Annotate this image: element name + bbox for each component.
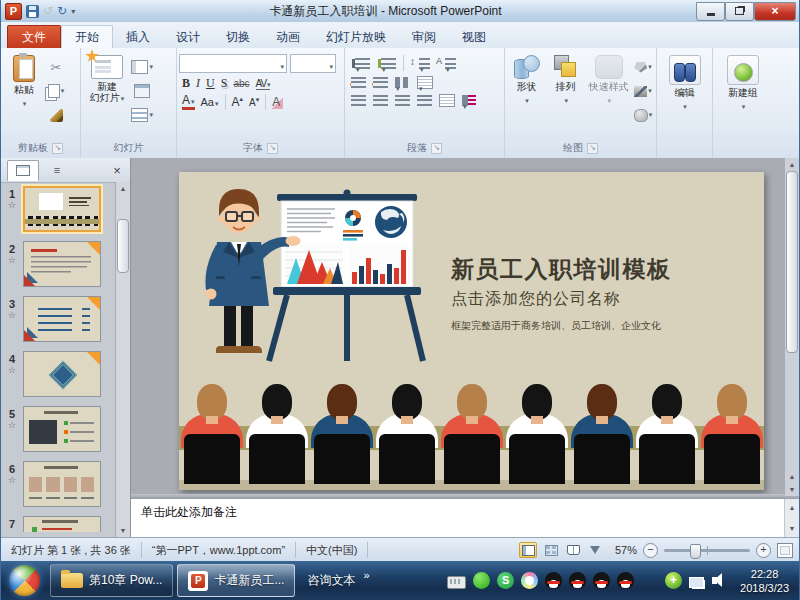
decrease-indent-button[interactable] (351, 77, 366, 88)
change-case-button[interactable]: Aa (201, 96, 219, 108)
editor-scrollbar[interactable]: ▲ ▲ ▼ (784, 158, 799, 496)
new-group-button[interactable]: 新建组 (718, 51, 768, 137)
zoom-slider-thumb[interactable] (690, 544, 701, 559)
slide-canvas[interactable]: 新员工入职培训模板 点击添加您的公司名称 框架完整适用于商务培训、员工培训、企业… (179, 172, 764, 490)
scroll-up-icon[interactable]: ▲ (789, 158, 796, 171)
scroll-up-icon[interactable]: ▲ (120, 182, 127, 195)
convert-smartart-button[interactable] (462, 95, 476, 106)
close-button[interactable]: × (754, 2, 796, 21)
tab-transitions[interactable]: 切换 (213, 26, 263, 48)
sogou-icon[interactable]: S (497, 572, 514, 589)
zoom-in-button[interactable]: + (756, 543, 771, 558)
tim-icon[interactable] (521, 572, 538, 589)
save-icon[interactable] (26, 5, 39, 18)
slide-thumbnail-7[interactable]: 7 (1, 516, 116, 532)
start-button[interactable] (9, 565, 40, 596)
qq-icon[interactable] (569, 572, 586, 589)
taskbar-toolbar-label[interactable]: 咨询文本 (299, 572, 363, 589)
restore-button[interactable] (725, 2, 754, 21)
format-painter-button[interactable] (45, 105, 67, 125)
shapes-button[interactable]: 形状 (507, 51, 546, 137)
reading-view-button[interactable] (565, 543, 581, 557)
bullets-button[interactable] (355, 58, 370, 69)
taskbar-clock[interactable]: 22:28 2018/3/23 (736, 567, 799, 595)
font-size-combo[interactable] (290, 54, 336, 73)
text-direction-button[interactable] (445, 58, 456, 69)
slide-thumbnail-1[interactable]: 1☆ (1, 186, 116, 232)
volume-icon[interactable] (711, 572, 728, 589)
paragraph-dialog-launcher-icon[interactable]: ↘ (431, 143, 442, 154)
font-dialog-launcher-icon[interactable]: ↘ (267, 143, 278, 154)
cut-button[interactable]: ✂ (45, 57, 67, 77)
shield-icon[interactable] (641, 572, 658, 589)
copy-button[interactable] (45, 81, 67, 101)
taskbar-app-powerpoint[interactable]: P 卡通新员工... (177, 564, 295, 597)
notes-scrollbar[interactable]: ▲ ▼ (784, 499, 799, 537)
underline-button[interactable]: U (206, 76, 215, 91)
fit-to-window-button[interactable] (777, 543, 793, 558)
section-button[interactable] (131, 105, 153, 125)
zoom-out-button[interactable]: − (643, 543, 658, 558)
slide-sorter-button[interactable] (543, 543, 559, 557)
align-text-button[interactable] (417, 76, 433, 89)
shape-fill-button[interactable] (632, 57, 654, 77)
tab-insert[interactable]: 插入 (113, 26, 163, 48)
shape-outline-button[interactable] (632, 81, 654, 101)
tab-animations[interactable]: 动画 (263, 26, 313, 48)
powerpoint-logo-icon[interactable]: P (5, 3, 22, 20)
arrange-button[interactable]: 排列 (546, 51, 585, 137)
slide-thumbnail-6[interactable]: 6☆ (1, 461, 116, 507)
panel-scrollbar[interactable]: ▲ ▼ (115, 182, 130, 537)
justify-button[interactable] (417, 95, 432, 106)
scrollbar-thumb[interactable] (786, 171, 798, 353)
tab-home[interactable]: 开始 (61, 25, 113, 48)
taskbar-app-folder[interactable]: 第10章 Pow... (50, 564, 173, 597)
scroll-up-icon[interactable]: ▲ (789, 501, 796, 514)
slide-thumbnail-2[interactable]: 2☆ (1, 241, 116, 287)
notes-pane[interactable]: 单击此处添加备注 ▲ ▼ (131, 498, 799, 537)
tab-file[interactable]: 文件 (7, 25, 61, 48)
zoom-slider[interactable] (664, 549, 750, 552)
shape-effects-button[interactable] (632, 105, 654, 125)
qq-icon[interactable] (617, 572, 634, 589)
text-shadow-button[interactable]: S (221, 76, 228, 91)
clipboard-dialog-launcher-icon[interactable]: ↘ (52, 143, 63, 154)
font-name-combo[interactable] (179, 54, 287, 73)
new-slide-button[interactable]: 新建幻灯片 (83, 51, 131, 137)
shrink-font-button[interactable]: A (249, 96, 259, 108)
tab-review[interactable]: 审阅 (399, 26, 449, 48)
tab-outline[interactable]: ≡ (41, 160, 73, 181)
font-color-button[interactable]: A (182, 95, 195, 110)
tab-slideshow[interactable]: 幻灯片放映 (313, 26, 399, 48)
normal-view-button[interactable] (519, 542, 537, 558)
align-right-button[interactable] (395, 95, 410, 106)
align-left-button[interactable] (351, 95, 366, 106)
editing-button[interactable]: 编辑 (664, 51, 706, 137)
distribute-button[interactable] (439, 94, 455, 107)
tab-design[interactable]: 设计 (163, 26, 213, 48)
tab-view[interactable]: 视图 (449, 26, 499, 48)
undo-icon[interactable]: ↺ (43, 5, 53, 17)
chevron-icon[interactable]: » (363, 569, 369, 581)
bold-button[interactable]: B (182, 76, 190, 91)
clear-formatting-button[interactable]: A (272, 95, 283, 109)
panel-close-icon[interactable]: × (108, 163, 126, 178)
slide-thumbnail-4[interactable]: 4☆ (1, 351, 116, 397)
qq-icon[interactable] (545, 572, 562, 589)
align-center-button[interactable] (373, 95, 388, 106)
scroll-down-icon[interactable]: ▼ (789, 522, 796, 535)
slide-text-block[interactable]: 新员工入职培训模板 点击添加您的公司名称 框架完整适用于商务培训、员工培训、企业… (451, 254, 761, 333)
next-slide-icon[interactable]: ▼ (789, 483, 796, 496)
strikethrough-button[interactable]: abc (233, 78, 249, 89)
keyboard-icon[interactable] (447, 576, 466, 589)
slide-thumbnail-5[interactable]: 5☆ (1, 406, 116, 452)
increase-indent-button[interactable] (373, 77, 388, 88)
slideshow-button[interactable] (587, 543, 603, 557)
columns-button[interactable] (395, 77, 410, 88)
layout-button[interactable] (131, 57, 153, 77)
line-spacing-button[interactable] (419, 58, 430, 69)
reset-button[interactable] (131, 81, 153, 101)
drawing-dialog-launcher-icon[interactable]: ↘ (587, 143, 598, 154)
scroll-down-icon[interactable]: ▼ (120, 524, 127, 537)
redo-icon[interactable]: ↻ (57, 5, 67, 17)
